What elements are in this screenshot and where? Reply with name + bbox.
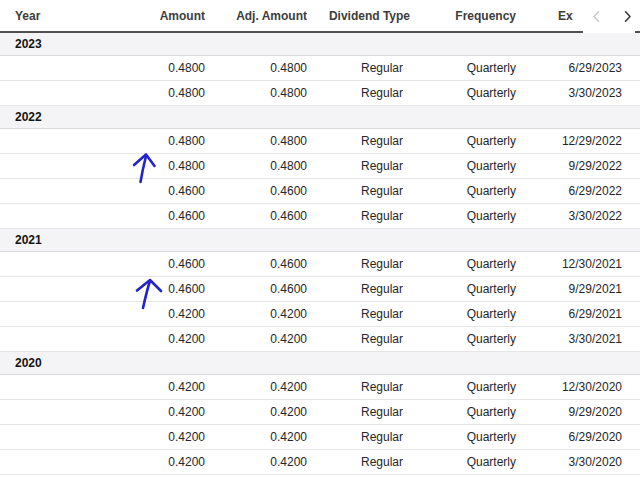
dividend-row: 0.48000.4800RegularQuarterly3/30/2023: [0, 81, 640, 106]
column-header-year[interactable]: Year: [0, 9, 120, 23]
adj-amount-cell: 0.4800: [205, 159, 307, 173]
adj-amount-cell: 0.4200: [205, 380, 307, 394]
frequency-cell: Quarterly: [410, 282, 516, 296]
amount-cell: 0.4800: [120, 134, 205, 148]
frequency-cell: Quarterly: [410, 209, 516, 223]
dividend-type-cell: Regular: [307, 184, 410, 198]
dividend-type-cell: Regular: [307, 257, 410, 271]
dividend-type-cell: Regular: [307, 430, 410, 444]
dividend-type-cell: Regular: [307, 61, 410, 75]
column-header-adj-amount[interactable]: Adj. Amount: [205, 9, 307, 23]
dividend-type-cell: Regular: [307, 134, 410, 148]
adj-amount-cell: 0.4800: [205, 61, 307, 75]
adj-amount-cell: 0.4800: [205, 86, 307, 100]
dividend-type-cell: Regular: [307, 380, 410, 394]
adj-amount-cell: 0.4200: [205, 430, 307, 444]
year-label: 2021: [15, 233, 42, 247]
adj-amount-cell: 0.4200: [205, 332, 307, 346]
chevron-right-icon: [621, 10, 634, 23]
dividend-type-cell: Regular: [307, 405, 410, 419]
ex-date-cell: 6/29/2023: [516, 61, 622, 75]
year-group-header: 2022: [0, 106, 640, 129]
dividend-row: 0.42000.4200RegularQuarterly6/29/2021: [0, 302, 640, 327]
dividend-history-table: Year Amount Adj. Amount Dividend Type Fr…: [0, 0, 640, 477]
ex-date-cell: 12/29/2022: [516, 134, 622, 148]
ex-date-cell: 3/30/2023: [516, 86, 622, 100]
column-header-frequency[interactable]: Frequency: [410, 9, 516, 23]
frequency-cell: Quarterly: [410, 405, 516, 419]
chevron-left-icon: [590, 10, 603, 23]
dividend-type-cell: Regular: [307, 332, 410, 346]
ex-date-cell: 12/30/2021: [516, 257, 622, 271]
adj-amount-cell: 0.4200: [205, 405, 307, 419]
next-page-button[interactable]: [620, 9, 635, 24]
amount-cell: 0.4600: [120, 257, 205, 271]
table-pagination: [583, 0, 635, 33]
amount-cell: 0.4600: [120, 209, 205, 223]
frequency-cell: Quarterly: [410, 430, 516, 444]
dividend-type-cell: Regular: [307, 307, 410, 321]
amount-cell: 0.4800: [120, 61, 205, 75]
year-label: 2020: [15, 356, 42, 370]
adj-amount-cell: 0.4600: [205, 184, 307, 198]
dividend-row: 0.42000.4200RegularQuarterly6/29/2020: [0, 425, 640, 450]
frequency-cell: Quarterly: [410, 257, 516, 271]
ex-date-cell: 6/29/2022: [516, 184, 622, 198]
dividend-row: 0.42000.4200RegularQuarterly9/29/2020: [0, 400, 640, 425]
dividend-type-cell: Regular: [307, 159, 410, 173]
amount-cell: 0.4200: [120, 455, 205, 469]
frequency-cell: Quarterly: [410, 134, 516, 148]
adj-amount-cell: 0.4200: [205, 455, 307, 469]
dividend-type-cell: Regular: [307, 86, 410, 100]
frequency-cell: Quarterly: [410, 307, 516, 321]
table-body: 20230.48000.4800RegularQuarterly6/29/202…: [0, 33, 640, 475]
dividend-row: 0.42000.4200RegularQuarterly3/30/2020: [0, 450, 640, 475]
ex-date-cell: 6/29/2021: [516, 307, 622, 321]
year-group-header: 2020: [0, 352, 640, 375]
adj-amount-cell: 0.4200: [205, 307, 307, 321]
frequency-cell: Quarterly: [410, 184, 516, 198]
dividend-row: 0.42000.4200RegularQuarterly3/30/2021: [0, 327, 640, 352]
year-group-header: 2021: [0, 229, 640, 252]
prev-page-button[interactable]: [589, 9, 604, 24]
ex-date-cell: 9/29/2022: [516, 159, 622, 173]
frequency-cell: Quarterly: [410, 380, 516, 394]
ex-date-cell: 9/29/2021: [516, 282, 622, 296]
dividend-row: 0.46000.4600RegularQuarterly6/29/2022: [0, 179, 640, 204]
ex-date-cell: 3/30/2022: [516, 209, 622, 223]
dividend-row: 0.46000.4600RegularQuarterly3/30/2022: [0, 204, 640, 229]
year-label: 2023: [15, 37, 42, 51]
frequency-cell: Quarterly: [410, 61, 516, 75]
dividend-type-cell: Regular: [307, 455, 410, 469]
frequency-cell: Quarterly: [410, 159, 516, 173]
dividend-row: 0.46000.4600RegularQuarterly9/29/2021: [0, 277, 640, 302]
ex-date-cell: 3/30/2021: [516, 332, 622, 346]
column-header-dividend-type[interactable]: Dividend Type: [307, 9, 410, 23]
adj-amount-cell: 0.4800: [205, 134, 307, 148]
amount-cell: 0.4200: [120, 405, 205, 419]
dividend-row: 0.42000.4200RegularQuarterly12/30/2020: [0, 375, 640, 400]
frequency-cell: Quarterly: [410, 455, 516, 469]
ex-date-cell: 3/30/2020: [516, 455, 622, 469]
amount-cell: 0.4200: [120, 380, 205, 394]
dividend-type-cell: Regular: [307, 282, 410, 296]
frequency-cell: Quarterly: [410, 86, 516, 100]
year-group-header: 2023: [0, 33, 640, 56]
amount-cell: 0.4200: [120, 332, 205, 346]
dividend-row: 0.48000.4800RegularQuarterly12/29/2022: [0, 129, 640, 154]
adj-amount-cell: 0.4600: [205, 282, 307, 296]
ex-date-cell: 12/30/2020: [516, 380, 622, 394]
amount-cell: 0.4200: [120, 430, 205, 444]
dividend-type-cell: Regular: [307, 209, 410, 223]
dividend-row: 0.48000.4800RegularQuarterly9/29/2022: [0, 154, 640, 179]
year-label: 2022: [15, 110, 42, 124]
table-header: Year Amount Adj. Amount Dividend Type Fr…: [0, 0, 640, 33]
ex-date-cell: 6/29/2020: [516, 430, 622, 444]
amount-cell: 0.4600: [120, 282, 205, 296]
ex-date-cell: 9/29/2020: [516, 405, 622, 419]
column-header-amount[interactable]: Amount: [120, 9, 205, 23]
amount-cell: 0.4800: [120, 86, 205, 100]
adj-amount-cell: 0.4600: [205, 257, 307, 271]
amount-cell: 0.4200: [120, 307, 205, 321]
frequency-cell: Quarterly: [410, 332, 516, 346]
